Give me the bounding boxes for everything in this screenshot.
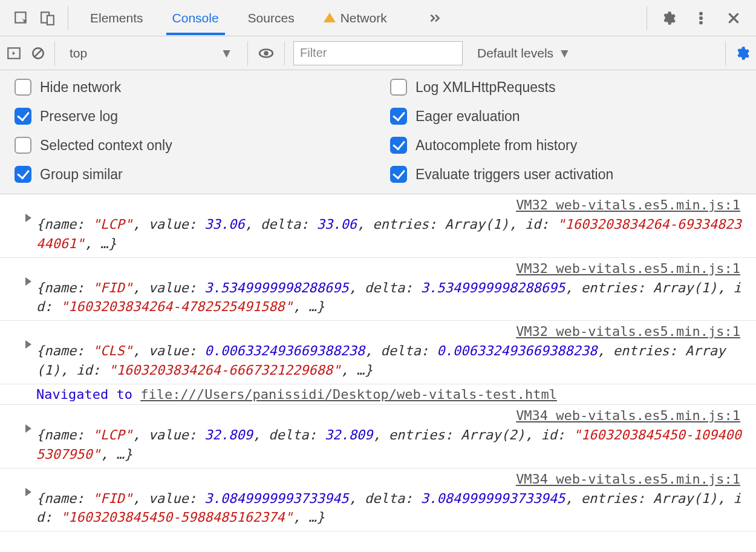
checkbox-icon xyxy=(390,108,407,125)
checkbox-label: Evaluate triggers user activation xyxy=(415,166,613,183)
console-output: VM32 web-vitals.es5.min.js:1 {name: "LCP… xyxy=(0,194,756,531)
tab-elements[interactable]: Elements xyxy=(88,2,146,34)
divider xyxy=(68,6,68,30)
checkbox-hide-network[interactable]: Hide network xyxy=(15,79,366,96)
divider xyxy=(647,6,647,30)
source-link[interactable]: VM32 web-vitals.es5.min.js:1 xyxy=(36,322,744,341)
warning-icon xyxy=(324,13,336,22)
context-value: top xyxy=(70,46,87,61)
nav-url[interactable]: file:///Users/panissidi/Desktop/web-vita… xyxy=(140,387,557,402)
source-link[interactable]: VM34 web-vitals.es5.min.js:1 xyxy=(36,470,744,489)
toggle-sidebar-icon[interactable] xyxy=(6,45,22,61)
console-entry: VM34 web-vitals.es5.min.js:1 {name: "FID… xyxy=(0,468,756,532)
source-link[interactable]: VM34 web-vitals.es5.min.js:1 xyxy=(36,406,744,426)
console-entry: VM32 web-vitals.es5.min.js:1 {name: "LCP… xyxy=(0,194,756,258)
checkbox-icon xyxy=(15,79,31,96)
tab-network[interactable]: Network xyxy=(321,2,389,34)
checkbox-group-similar[interactable]: Group similar xyxy=(15,166,366,183)
checkbox-icon xyxy=(390,137,407,154)
checkbox-eager-eval[interactable]: Eager evaluation xyxy=(390,108,741,125)
expand-icon[interactable] xyxy=(25,424,31,433)
console-entry: VM32 web-vitals.es5.min.js:1 {name: "CLS… xyxy=(0,321,756,384)
svg-point-9 xyxy=(264,51,269,56)
navigation-entry: Navigated to file:///Users/panissidi/Des… xyxy=(0,384,756,405)
more-tabs-icon[interactable] xyxy=(427,10,443,26)
checkbox-selected-context[interactable]: Selected context only xyxy=(15,137,366,154)
checkbox-label: Eager evaluation xyxy=(415,108,520,125)
tab-sources[interactable]: Sources xyxy=(246,2,297,34)
divider xyxy=(247,41,248,65)
console-toolbar: top ▼ Default levels ▼ xyxy=(0,36,756,70)
divider xyxy=(725,41,726,65)
source-link[interactable]: VM32 web-vitals.es5.min.js:1 xyxy=(36,196,744,215)
chevron-down-icon: ▼ xyxy=(558,46,571,61)
log-object[interactable]: {name: "LCP", value: 32.809, delta: 32.8… xyxy=(36,427,741,462)
filter-input[interactable] xyxy=(293,41,463,65)
expand-icon[interactable] xyxy=(25,277,31,286)
tab-console[interactable]: Console xyxy=(170,2,221,34)
expand-icon[interactable] xyxy=(25,340,31,349)
checkbox-autocomplete[interactable]: Autocomplete from history xyxy=(390,137,741,154)
checkbox-icon xyxy=(390,79,407,96)
svg-point-5 xyxy=(700,21,703,24)
settings-gear-icon[interactable] xyxy=(660,10,676,26)
close-icon[interactable] xyxy=(726,10,741,26)
checkbox-icon xyxy=(390,166,407,183)
expand-icon[interactable] xyxy=(25,488,31,496)
checkbox-label: Group similar xyxy=(40,166,123,183)
log-levels-selector[interactable]: Default levels ▼ xyxy=(471,46,571,61)
checkbox-log-xhr[interactable]: Log XMLHttpRequests xyxy=(390,79,741,96)
checkbox-preserve-log[interactable]: Preserve log xyxy=(15,108,366,125)
svg-point-4 xyxy=(700,16,703,19)
device-mode-icon[interactable] xyxy=(40,10,56,26)
levels-label: Default levels xyxy=(477,46,553,61)
svg-rect-2 xyxy=(47,15,54,24)
clear-console-icon[interactable] xyxy=(30,45,46,61)
devtools-tab-bar: Elements Console Sources Network xyxy=(0,0,756,36)
console-entry: VM34 web-vitals.es5.min.js:1 {name: "LCP… xyxy=(0,405,756,468)
log-object[interactable]: {name: "FID", value: 3.5349999998288695,… xyxy=(36,280,741,315)
tab-network-label: Network xyxy=(341,11,387,25)
nav-label: Navigated to xyxy=(36,387,140,402)
inspect-element-icon[interactable] xyxy=(13,10,29,26)
source-link[interactable]: VM32 web-vitals.es5.min.js:1 xyxy=(36,259,744,278)
checkbox-icon xyxy=(15,108,31,125)
checkbox-eval-triggers[interactable]: Evaluate triggers user activation xyxy=(390,166,741,183)
divider xyxy=(284,41,285,65)
checkbox-icon xyxy=(15,137,31,154)
expand-icon[interactable] xyxy=(25,214,31,222)
checkbox-label: Log XMLHttpRequests xyxy=(415,79,555,96)
chevron-down-icon: ▼ xyxy=(220,46,233,61)
context-selector[interactable]: top ▼ xyxy=(64,42,239,64)
log-object[interactable]: {name: "FID", value: 3.0849999993733945,… xyxy=(36,491,741,525)
console-entry: VM32 web-vitals.es5.min.js:1 {name: "FID… xyxy=(0,258,756,321)
log-object[interactable]: {name: "CLS", value: 0.00633249366938823… xyxy=(36,343,725,378)
divider xyxy=(54,41,55,65)
live-expression-icon[interactable] xyxy=(256,45,276,61)
svg-point-3 xyxy=(700,12,703,15)
log-object[interactable]: {name: "LCP", value: 33.06, delta: 33.06… xyxy=(36,217,741,251)
console-settings-gear-icon[interactable] xyxy=(734,45,750,61)
console-settings-drawer: Hide network Log XMLHttpRequests Preserv… xyxy=(0,70,756,194)
checkbox-label: Preserve log xyxy=(40,108,118,125)
checkbox-icon xyxy=(15,166,31,183)
kebab-menu-icon[interactable] xyxy=(693,10,709,26)
checkbox-label: Autocomplete from history xyxy=(415,137,577,154)
checkbox-label: Selected context only xyxy=(40,137,172,154)
checkbox-label: Hide network xyxy=(40,79,121,96)
